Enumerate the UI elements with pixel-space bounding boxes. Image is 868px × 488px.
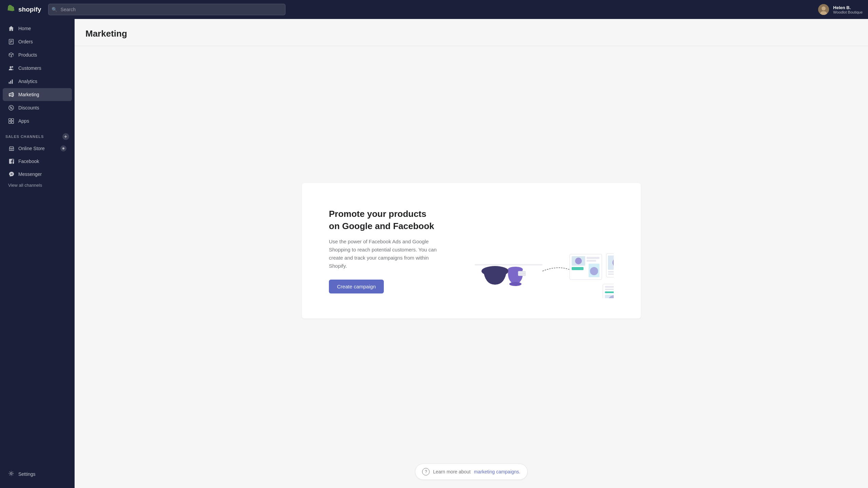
settings-label: Settings xyxy=(18,471,36,477)
facebook-icon xyxy=(8,158,15,165)
svg-rect-10 xyxy=(10,81,11,84)
svg-rect-38 xyxy=(587,257,599,259)
user-store: Woodlot Boutique xyxy=(833,10,863,14)
sidebar-item-apps-label: Apps xyxy=(18,118,29,124)
messenger-label: Messenger xyxy=(18,171,42,177)
layout: Home Orders xyxy=(0,19,868,488)
sidebar-item-discounts-label: Discounts xyxy=(18,105,39,110)
sidebar-item-online-store[interactable]: Online Store xyxy=(3,142,72,155)
marketing-campaigns-link[interactable]: marketing campaigns. xyxy=(474,469,520,474)
home-icon xyxy=(8,25,14,32)
store-icon xyxy=(8,145,15,152)
svg-rect-21 xyxy=(12,119,14,121)
search-bar: 🔍 xyxy=(48,4,285,15)
help-icon: ? xyxy=(422,468,430,475)
products-icon xyxy=(8,52,14,58)
avatar xyxy=(818,4,829,15)
promo-card: Promote your products on Google and Face… xyxy=(302,183,641,319)
sidebar-item-orders[interactable]: Orders xyxy=(3,35,72,48)
search-input[interactable] xyxy=(48,4,285,15)
svg-rect-9 xyxy=(9,82,10,84)
search-icon: 🔍 xyxy=(52,7,57,12)
online-store-badge xyxy=(60,145,66,151)
svg-point-19 xyxy=(12,108,12,109)
sidebar-item-products-label: Products xyxy=(18,52,37,58)
discounts-icon xyxy=(8,105,14,111)
add-channel-button[interactable]: + xyxy=(62,133,69,140)
sidebar-item-home[interactable]: Home xyxy=(3,22,72,35)
promo-section: Promote your products on Google and Face… xyxy=(75,46,868,455)
svg-point-42 xyxy=(590,267,598,275)
svg-rect-20 xyxy=(9,119,11,121)
sidebar-item-customers-label: Customers xyxy=(18,65,41,71)
bottom-bar: ? Learn more about marketing campaigns. xyxy=(75,455,868,488)
promo-text: Promote your products on Google and Face… xyxy=(329,208,437,293)
sidebar-item-messenger[interactable]: Messenger xyxy=(3,168,72,180)
apps-icon xyxy=(8,118,14,124)
svg-rect-28 xyxy=(475,264,542,265)
svg-point-18 xyxy=(10,107,11,107)
svg-rect-47 xyxy=(608,273,614,275)
svg-point-8 xyxy=(12,66,13,68)
svg-point-26 xyxy=(62,147,64,149)
sidebar-item-analytics-label: Analytics xyxy=(18,79,37,84)
marketing-icon xyxy=(8,92,14,98)
svg-rect-51 xyxy=(605,291,614,293)
sidebar-item-analytics[interactable]: Analytics xyxy=(3,75,72,88)
promo-description: Use the power of Facebook Ads and Google… xyxy=(329,238,437,270)
svg-point-1 xyxy=(822,6,826,11)
sidebar-item-settings[interactable]: Settings xyxy=(3,467,72,481)
sidebar-item-orders-label: Orders xyxy=(18,39,33,44)
sidebar-item-facebook[interactable]: Facebook xyxy=(3,155,72,167)
sidebar-item-home-label: Home xyxy=(18,26,31,31)
svg-rect-49 xyxy=(605,286,614,288)
facebook-label: Facebook xyxy=(18,159,39,164)
svg-line-15 xyxy=(13,96,14,96)
analytics-icon xyxy=(8,78,14,84)
topnav: shopify 🔍 Helen B. Woodlot Boutique xyxy=(0,0,868,19)
sidebar-item-products[interactable]: Products xyxy=(3,48,72,61)
svg-point-31 xyxy=(509,282,521,286)
user-name: Helen B. xyxy=(833,5,863,10)
online-store-label: Online Store xyxy=(18,146,45,151)
svg-rect-22 xyxy=(9,121,11,123)
sidebar: Home Orders xyxy=(0,19,75,488)
sales-channels-section: SALES CHANNELS + xyxy=(0,128,75,142)
shopify-logo: shopify xyxy=(5,4,41,15)
sidebar-item-apps[interactable]: Apps xyxy=(3,115,72,127)
sidebar-item-discounts[interactable]: Discounts xyxy=(3,101,72,114)
info-pill: ? Learn more about marketing campaigns. xyxy=(415,464,527,480)
user-info: Helen B. Woodlot Boutique xyxy=(833,5,863,14)
sidebar-item-customers[interactable]: Customers xyxy=(3,62,72,75)
svg-rect-11 xyxy=(12,80,13,84)
info-text: Learn more about xyxy=(433,469,471,474)
create-campaign-button[interactable]: Create campaign xyxy=(329,280,384,293)
sidebar-item-marketing-label: Marketing xyxy=(18,92,39,97)
svg-rect-39 xyxy=(587,260,596,262)
settings-icon xyxy=(8,470,14,477)
svg-line-14 xyxy=(13,93,14,94)
messenger-icon xyxy=(8,171,15,178)
svg-rect-50 xyxy=(605,289,614,290)
view-all-channels-link[interactable]: View all channels xyxy=(3,181,72,190)
orders-icon xyxy=(8,39,14,45)
svg-point-27 xyxy=(10,472,12,474)
logo-text: shopify xyxy=(18,6,41,13)
svg-rect-46 xyxy=(608,271,614,272)
sidebar-item-marketing[interactable]: Marketing xyxy=(3,88,72,101)
customers-icon xyxy=(8,65,14,71)
main-content: Marketing Promote your products on Googl… xyxy=(75,19,868,488)
page-header: Marketing xyxy=(75,19,868,46)
svg-point-7 xyxy=(10,66,12,68)
promo-illustration xyxy=(465,203,614,298)
svg-rect-23 xyxy=(12,121,14,123)
svg-point-37 xyxy=(575,258,582,264)
page-title: Marketing xyxy=(85,28,857,39)
svg-rect-40 xyxy=(572,267,584,270)
user-profile[interactable]: Helen B. Woodlot Boutique xyxy=(818,4,863,15)
promo-headline: Promote your products on Google and Face… xyxy=(329,208,437,232)
